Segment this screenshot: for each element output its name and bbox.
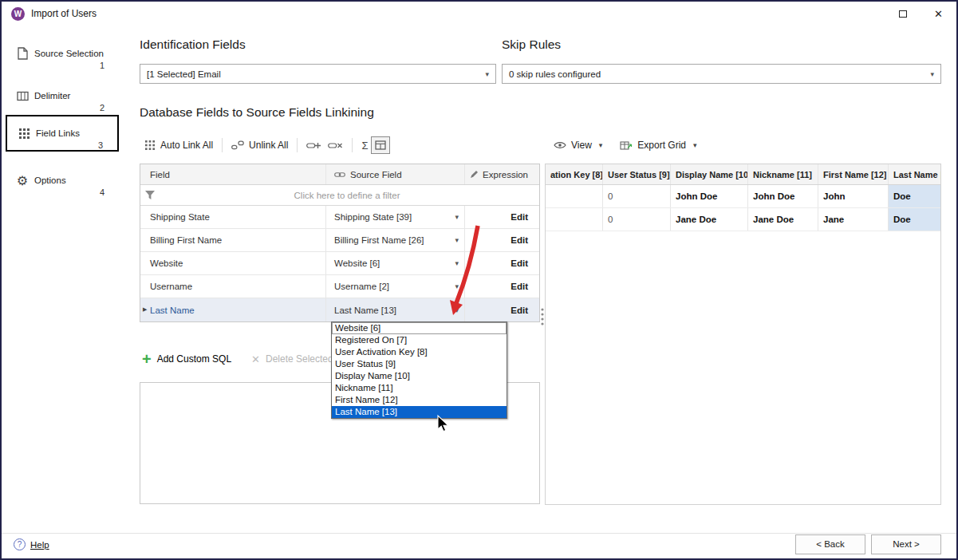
cell-highlighted: Doe <box>889 208 940 231</box>
footer-divider <box>2 533 956 534</box>
dropdown-option[interactable]: User Activation Key [8] <box>332 346 507 358</box>
back-button[interactable]: < Back <box>795 534 865 554</box>
chevron-down-icon: ▾ <box>930 70 934 78</box>
cell-highlighted: Doe <box>889 185 940 207</box>
close-button[interactable]: ✕ <box>921 2 956 26</box>
export-grid-button[interactable]: Export Grid ▾ <box>617 140 700 151</box>
column-header-field[interactable]: Field <box>140 170 325 179</box>
field-links-grid-header: Field Source Field Expression <box>140 164 539 185</box>
source-field-dropdown[interactable]: Billing First Name [26] ▾ <box>325 229 465 251</box>
step-label: Field Links <box>36 128 80 138</box>
column-header[interactable]: First Name [12] <box>818 164 889 184</box>
field-link-row[interactable]: Shipping State Shipping State [39] ▾ Edi… <box>140 206 539 229</box>
dropdown-option[interactable]: Nickname [11] <box>332 382 507 394</box>
preview-row[interactable]: 0 Jane Doe Jane Doe Jane Doe <box>546 208 940 231</box>
column-header-source-field[interactable]: Source Field <box>325 164 465 184</box>
chevron-down-icon[interactable]: ▾ <box>455 236 464 244</box>
unlink-all-button[interactable]: Unlink All <box>228 140 291 151</box>
column-header[interactable]: ation Key [8] <box>546 164 603 184</box>
column-header[interactable]: Display Name [10] <box>671 164 748 184</box>
preview-toolbar: View ▾ Export Grid ▾ <box>550 134 700 156</box>
field-link-row-selected[interactable]: ▶ Last Name Last Name [13] ▾ Edit <box>140 298 539 321</box>
step-label: Source Selection <box>34 49 104 58</box>
sidebar-item-field-links[interactable]: Field Links 3 <box>6 115 119 152</box>
maximize-button[interactable] <box>885 2 921 26</box>
column-header[interactable]: Last Name [1 <box>889 164 940 184</box>
help-link[interactable]: ? Help <box>14 538 49 550</box>
cell: Jane <box>818 208 889 231</box>
linking-section-title: Database Fields to Source Fields Linkini… <box>140 105 374 120</box>
sidebar-item-source-selection[interactable]: Source Selection 1 <box>6 37 119 72</box>
step-number: 3 <box>98 140 103 150</box>
edit-expression-link[interactable]: Edit <box>511 235 528 245</box>
edit-expression-link[interactable]: Edit <box>511 306 528 315</box>
add-custom-sql-button[interactable]: Add Custom SQL <box>157 353 231 365</box>
field-link-row[interactable]: Billing First Name Billing First Name [2… <box>140 229 539 252</box>
source-field-dropdown[interactable]: Last Name [13] ▾ <box>325 298 465 321</box>
next-button[interactable]: Next > <box>871 534 941 554</box>
filter-row[interactable]: Click here to define a filter <box>140 185 539 206</box>
field-link-row[interactable]: Website Website [6] ▾ Edit <box>140 252 539 275</box>
preview-row[interactable]: 0 John Doe John Doe John Doe <box>546 185 940 208</box>
unlink-icon <box>231 140 244 150</box>
titlebar: W Import of Users ✕ <box>2 2 956 26</box>
dropdown-option-selected[interactable]: Last Name [13] <box>332 406 507 418</box>
source-field-dropdown[interactable]: Website [6] ▾ <box>325 252 465 274</box>
source-field-value: Last Name [13] <box>334 306 396 315</box>
dropdown-option[interactable]: Registered On [7] <box>332 334 507 346</box>
source-field-dropdown[interactable]: Shipping State [39] ▾ <box>325 206 465 228</box>
chevron-down-icon[interactable]: ▾ <box>455 213 464 221</box>
source-field-header-label: Source Field <box>350 170 402 179</box>
delete-icon: ✕ <box>251 353 260 365</box>
step-number: 4 <box>100 187 104 197</box>
export-grid-label: Export Grid <box>637 140 686 151</box>
toolbar-separator <box>297 138 298 152</box>
filter-placeholder: Click here to define a filter <box>155 191 539 200</box>
cell: 0 <box>603 208 671 231</box>
dropdown-option[interactable]: Display Name [10] <box>332 370 507 382</box>
field-name: Shipping State <box>140 212 325 222</box>
step-number: 1 <box>100 61 104 70</box>
column-header[interactable]: Nickname [11] <box>748 164 818 184</box>
row-marker-icon: ▶ <box>143 306 147 313</box>
preview-toggle-icon[interactable] <box>371 136 390 154</box>
field-link-row[interactable]: Username Username [2] ▾ Edit <box>140 275 539 298</box>
edit-expression-link[interactable]: Edit <box>511 282 528 291</box>
source-field-value: Shipping State [39] <box>334 212 412 222</box>
filter-funnel-icon <box>145 191 155 199</box>
sidebar-item-options[interactable]: ⚙ Options 4 <box>6 164 119 199</box>
step-label: Options <box>34 175 66 185</box>
chevron-down-icon[interactable]: ▾ <box>455 306 464 314</box>
remove-link-icon[interactable] <box>325 140 346 151</box>
sigma-icon[interactable]: Σ <box>358 140 371 152</box>
skip-rules-title: Skip Rules <box>502 37 561 52</box>
import-wizard-window: W Import of Users ✕ Source Selection 1 D… <box>0 0 958 560</box>
auto-link-all-label: Auto Link All <box>160 140 213 151</box>
dropdown-option[interactable]: First Name [12] <box>332 394 507 406</box>
auto-link-all-button[interactable]: Auto Link All <box>141 140 216 151</box>
delimiter-icon <box>15 89 30 103</box>
preview-grid-header: ation Key [8] User Status [9] Display Na… <box>546 164 940 185</box>
source-field-dropdown-list: Website [6] Registered On [7] User Activ… <box>331 321 507 419</box>
column-header-expression[interactable]: Expression <box>465 170 539 179</box>
dropdown-option[interactable]: Website [6] <box>332 322 507 334</box>
cell: John Doe <box>748 185 818 207</box>
identification-fields-dropdown[interactable]: [1 Selected] Email ▾ <box>140 64 496 84</box>
edit-expression-link[interactable]: Edit <box>511 212 528 222</box>
chevron-down-icon[interactable]: ▾ <box>455 259 464 267</box>
dropdown-option[interactable]: User Status [9] <box>332 358 507 370</box>
column-header[interactable]: User Status [9] <box>603 164 671 184</box>
gear-icon: ⚙ <box>15 173 30 187</box>
splitter-handle-icon <box>541 308 543 325</box>
skip-rules-dropdown[interactable]: 0 skip rules configured ▾ <box>502 64 941 84</box>
view-menu-button[interactable]: View ▾ <box>550 140 605 151</box>
source-field-dropdown[interactable]: Username [2] ▾ <box>325 275 465 298</box>
pencil-icon <box>470 170 479 179</box>
edit-expression-link[interactable]: Edit <box>511 258 528 268</box>
chevron-down-icon[interactable]: ▾ <box>455 282 464 290</box>
help-label: Help <box>30 540 49 550</box>
source-field-value: Username [2] <box>334 282 389 291</box>
step-label: Delimiter <box>34 91 70 101</box>
add-link-icon[interactable] <box>303 140 325 151</box>
sidebar-item-delimiter[interactable]: Delimiter 2 <box>6 79 119 114</box>
